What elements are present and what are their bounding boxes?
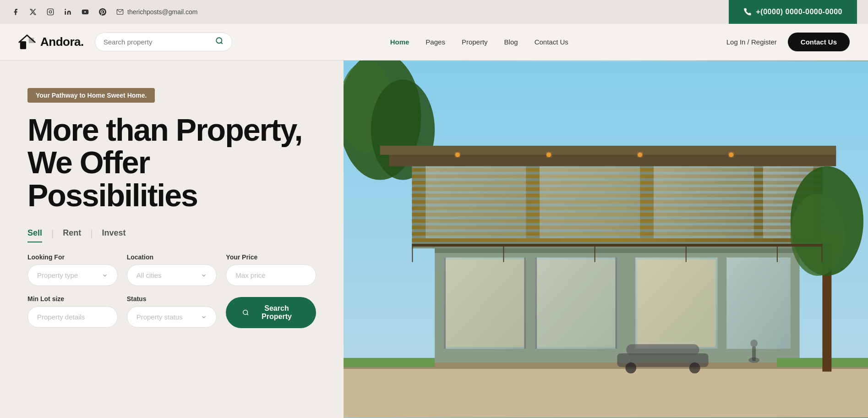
nav: Home Pages Property Blog Contact Us: [390, 38, 568, 46]
svg-rect-59: [626, 344, 699, 355]
hero-badge: Your Pathway to Home Sweet Home.: [27, 88, 155, 103]
search-property-button[interactable]: Search Property: [226, 297, 316, 328]
search-bar[interactable]: [95, 33, 232, 51]
svg-rect-73: [777, 244, 778, 262]
nav-pages[interactable]: Pages: [426, 38, 445, 46]
form-group-price: Your Price: [226, 253, 316, 286]
search-btn-icon: [242, 308, 249, 317]
tab-rent[interactable]: Rent: [63, 228, 81, 242]
social-icons: [11, 7, 107, 16]
email-address: therichposts@gmail.com: [127, 8, 198, 16]
phone-icon: [743, 8, 752, 16]
svg-rect-71: [595, 244, 595, 262]
svg-rect-3: [65, 11, 66, 15]
form-group-looking-for: Looking For Property type: [27, 253, 118, 286]
svg-point-9: [216, 38, 222, 43]
svg-rect-74: [821, 244, 822, 262]
svg-rect-22: [726, 258, 790, 349]
svg-rect-72: [686, 244, 687, 262]
hero-title-line2: We Offer Possibilities: [27, 145, 197, 212]
form-row-1: Looking For Property type Location All c…: [27, 253, 316, 286]
svg-rect-69: [412, 244, 413, 262]
svg-line-10: [221, 42, 222, 44]
nav-property[interactable]: Property: [462, 38, 488, 46]
property-details-input[interactable]: [27, 306, 118, 328]
svg-rect-44: [426, 165, 526, 238]
hero-building-svg: [344, 60, 868, 418]
property-type-placeholder: Property type: [37, 271, 78, 279]
svg-rect-27: [446, 259, 524, 347]
svg-rect-26: [615, 258, 617, 349]
facebook-icon[interactable]: [11, 7, 20, 16]
svg-rect-66: [752, 346, 756, 361]
search-input[interactable]: [104, 38, 211, 46]
logo-text: Andora.: [40, 35, 84, 49]
chevron-down-icon: [102, 272, 108, 279]
svg-rect-29: [637, 259, 715, 347]
location-label: Location: [127, 253, 217, 261]
svg-rect-49: [380, 146, 836, 155]
svg-point-2: [52, 10, 52, 11]
svg-rect-45: [540, 165, 640, 238]
logo[interactable]: Andora.: [18, 33, 84, 51]
login-register-link[interactable]: Log In / Register: [726, 38, 777, 46]
svg-rect-7: [20, 41, 26, 49]
nav-blog[interactable]: Blog: [504, 38, 518, 46]
search-icon[interactable]: [215, 37, 224, 47]
svg-point-50: [455, 153, 460, 157]
all-cities-placeholder: All cities: [136, 271, 162, 279]
instagram-icon[interactable]: [46, 7, 55, 16]
tab-sep-2: |: [90, 228, 93, 242]
form-group-location: Location All cities: [127, 253, 217, 286]
svg-rect-56: [344, 358, 435, 367]
property-status-placeholder: Property status: [136, 313, 183, 321]
youtube-icon[interactable]: [81, 7, 90, 16]
svg-point-64: [791, 193, 845, 275]
logo-icon: [18, 33, 36, 51]
form-group-search-btn: Search Property: [226, 295, 316, 328]
location-select[interactable]: All cities: [127, 264, 217, 286]
svg-point-1: [49, 11, 51, 13]
left-panel: Your Pathway to Home Sweet Home. More th…: [0, 60, 344, 418]
linkedin-icon[interactable]: [63, 7, 72, 16]
top-bar: therichposts@gmail.com +(0000) 0000-0000…: [0, 0, 868, 24]
svg-point-53: [729, 153, 733, 157]
top-bar-phone[interactable]: +(0000) 0000-0000-0000: [729, 0, 857, 24]
status-select[interactable]: Property status: [127, 306, 217, 328]
hero-title: More than Property, We Offer Possibiliti…: [27, 114, 316, 212]
chevron-down-icon-2: [201, 272, 207, 279]
pinterest-icon[interactable]: [98, 7, 107, 16]
svg-rect-25: [535, 258, 537, 349]
max-price-input[interactable]: [226, 264, 316, 286]
svg-rect-23: [444, 258, 446, 349]
header-right: Log In / Register Contact Us: [726, 33, 850, 51]
svg-point-4: [65, 9, 66, 10]
svg-rect-54: [344, 367, 868, 418]
svg-point-51: [546, 153, 551, 157]
top-bar-email: therichposts@gmail.com: [116, 8, 198, 16]
header-left: Andora.: [18, 33, 232, 51]
svg-rect-46: [654, 165, 754, 238]
svg-rect-24: [524, 258, 526, 349]
main-content: Your Pathway to Home Sweet Home. More th…: [0, 60, 868, 418]
header: Andora. Home Pages Property Blog Contact…: [0, 24, 868, 60]
hero-image-panel: [344, 60, 868, 418]
nav-home[interactable]: Home: [390, 38, 409, 46]
svg-line-12: [247, 314, 248, 315]
tab-invest[interactable]: Invest: [102, 228, 126, 242]
tab-sell[interactable]: Sell: [27, 228, 42, 242]
svg-rect-0: [47, 9, 53, 15]
top-bar-left: therichposts@gmail.com: [11, 7, 198, 16]
property-type-select[interactable]: Property type: [27, 264, 118, 286]
twitter-x-icon[interactable]: [28, 7, 38, 16]
min-lot-size-label: Min Lot size: [27, 295, 118, 302]
looking-for-label: Looking For: [27, 253, 118, 261]
svg-point-52: [638, 153, 642, 157]
contact-button[interactable]: Contact Us: [788, 33, 850, 51]
hero-image: [344, 60, 868, 418]
form-group-lot-size: Min Lot size: [27, 295, 118, 328]
nav-contact[interactable]: Contact Us: [535, 38, 568, 46]
svg-point-11: [243, 310, 248, 315]
form-group-status: Status Property status: [127, 295, 217, 328]
svg-point-60: [625, 363, 636, 374]
